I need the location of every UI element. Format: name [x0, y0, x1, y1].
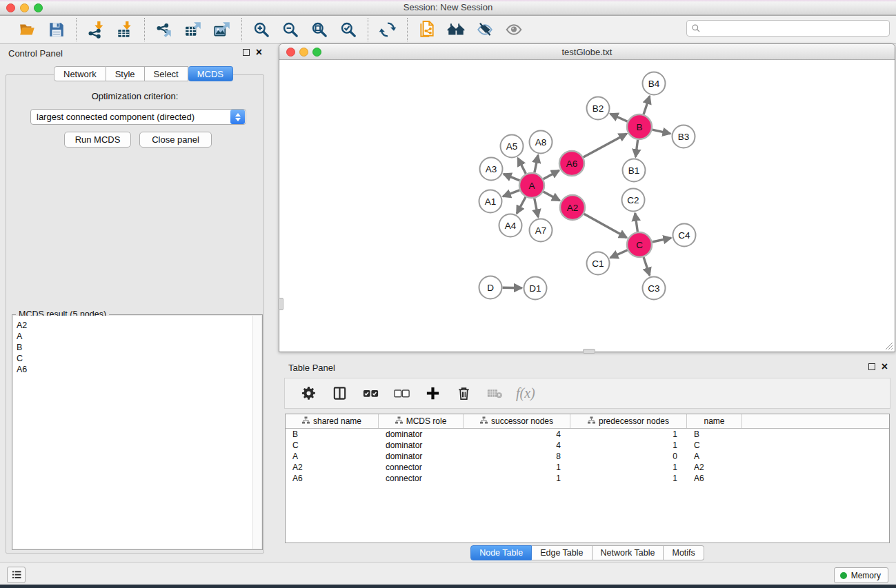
- edge-A2-C[interactable]: [584, 214, 627, 238]
- edge-A-A1[interactable]: [503, 190, 519, 196]
- open-session-icon[interactable]: [417, 20, 437, 39]
- show-column-panel-icon[interactable]: [330, 384, 349, 403]
- cell-name[interactable]: C: [687, 440, 742, 451]
- open-file-icon[interactable]: [18, 20, 37, 39]
- cell-MCDS-role[interactable]: dominator: [379, 440, 464, 451]
- node-A5[interactable]: A5: [501, 135, 524, 158]
- result-list-item[interactable]: B: [17, 342, 261, 353]
- delete-column-trash-icon[interactable]: [454, 384, 473, 403]
- cell-MCDS-role[interactable]: dominator: [379, 429, 464, 440]
- cell-shared-name[interactable]: A6: [286, 473, 379, 484]
- cell-MCDS-role[interactable]: dominator: [379, 451, 464, 462]
- export-table-icon[interactable]: [183, 20, 203, 39]
- import-table-icon[interactable]: [115, 20, 135, 39]
- cell-predecessor-nodes[interactable]: 0: [570, 451, 687, 462]
- tab-select[interactable]: Select: [145, 66, 188, 81]
- edge-C-C2[interactable]: [635, 213, 638, 232]
- edge-B-B3[interactable]: [653, 130, 670, 134]
- result-list-item[interactable]: A2: [17, 320, 261, 331]
- export-network-icon[interactable]: [155, 20, 174, 39]
- edge-C-C3[interactable]: [644, 257, 650, 275]
- close-panel-icon[interactable]: ×: [256, 49, 262, 56]
- node-C2[interactable]: C2: [622, 189, 645, 212]
- table-row[interactable]: Bdominator41B: [286, 429, 889, 440]
- tab-style[interactable]: Style: [106, 66, 145, 81]
- node-D[interactable]: D: [479, 276, 502, 299]
- column-header-MCDS-role[interactable]: MCDS role: [379, 414, 464, 428]
- node-A8[interactable]: A8: [530, 131, 552, 154]
- edge-A-A2[interactable]: [544, 192, 560, 201]
- node-A[interactable]: A: [519, 173, 544, 198]
- task-history-button[interactable]: [7, 567, 26, 583]
- edge-C-C4[interactable]: [653, 238, 671, 242]
- save-session-icon[interactable]: [47, 20, 66, 39]
- delete-table-icon[interactable]: [485, 384, 504, 403]
- edge-C-C1[interactable]: [610, 250, 628, 258]
- node-C1[interactable]: C1: [587, 252, 610, 275]
- close-panel-button[interactable]: Close panel: [139, 132, 212, 148]
- cell-name[interactable]: A2: [687, 462, 742, 473]
- import-network-icon[interactable]: [86, 20, 106, 39]
- zoom-fit-icon[interactable]: [310, 20, 329, 39]
- node-C[interactable]: C: [627, 232, 652, 257]
- column-header-predecessor-nodes[interactable]: predecessor nodes: [570, 414, 687, 428]
- column-header-shared-name[interactable]: shared name: [286, 414, 379, 428]
- cell-predecessor-nodes[interactable]: 1: [570, 462, 687, 473]
- table-row[interactable]: A2connector11A2: [286, 462, 889, 473]
- result-list-item[interactable]: A6: [17, 364, 261, 375]
- node-B[interactable]: B: [627, 114, 652, 139]
- refresh-icon[interactable]: [378, 20, 397, 39]
- edge-A-A7[interactable]: [535, 199, 538, 217]
- search-input[interactable]: [704, 21, 889, 36]
- function-builder-fx-icon[interactable]: f(x): [516, 385, 535, 401]
- edge-B-B1[interactable]: [635, 140, 637, 157]
- export-image-icon[interactable]: [212, 20, 232, 39]
- table-row[interactable]: A6connector11A6: [286, 473, 889, 484]
- cell-shared-name[interactable]: A: [286, 451, 379, 462]
- column-header-name[interactable]: name: [687, 414, 742, 428]
- cell-successor-nodes[interactable]: 1: [464, 473, 570, 484]
- select-all-icon[interactable]: [361, 384, 380, 403]
- cell-shared-name[interactable]: C: [286, 440, 379, 451]
- edge-A-A4[interactable]: [517, 197, 526, 214]
- float-panel-icon[interactable]: [243, 49, 250, 56]
- cell-successor-nodes[interactable]: 1: [464, 462, 570, 473]
- zoom-in-icon[interactable]: [252, 20, 271, 39]
- add-column-plus-icon[interactable]: [423, 384, 442, 403]
- cell-successor-nodes[interactable]: 4: [464, 429, 570, 440]
- table-row[interactable]: Adominator80A: [286, 451, 889, 462]
- criterion-dropdown[interactable]: largest connected component (directed): [30, 109, 246, 125]
- node-B1[interactable]: B1: [623, 159, 646, 182]
- tab-mcds[interactable]: MCDS: [188, 66, 233, 81]
- result-list-item[interactable]: A: [17, 331, 261, 342]
- cell-predecessor-nodes[interactable]: 1: [570, 440, 687, 451]
- search-field[interactable]: [686, 20, 890, 37]
- cell-successor-nodes[interactable]: 4: [464, 440, 570, 451]
- table-row[interactable]: Cdominator41C: [286, 440, 889, 451]
- splitter-handle[interactable]: [278, 298, 283, 310]
- cell-MCDS-role[interactable]: connector: [379, 462, 464, 473]
- node-B3[interactable]: B3: [673, 125, 695, 148]
- result-list-scrollbar[interactable]: [252, 316, 261, 549]
- cell-predecessor-nodes[interactable]: 1: [570, 473, 687, 484]
- node-C3[interactable]: C3: [643, 277, 666, 300]
- column-header-successor-nodes[interactable]: successor nodes: [464, 414, 570, 428]
- cell-name[interactable]: B: [687, 429, 742, 440]
- node-A2[interactable]: A2: [560, 195, 585, 220]
- hide-graphics-details-icon[interactable]: [475, 20, 495, 39]
- node-A7[interactable]: A7: [530, 219, 552, 242]
- node-B2[interactable]: B2: [587, 97, 610, 120]
- edge-B-B2[interactable]: [610, 114, 628, 121]
- cell-name[interactable]: A6: [687, 473, 742, 484]
- node-A3[interactable]: A3: [480, 158, 503, 181]
- cell-MCDS-role[interactable]: connector: [379, 473, 464, 484]
- cell-shared-name[interactable]: B: [286, 429, 379, 440]
- node-A4[interactable]: A4: [499, 214, 522, 237]
- home-icon[interactable]: [446, 20, 466, 39]
- tab-motifs[interactable]: Motifs: [664, 545, 704, 560]
- edge-A6-B[interactable]: [584, 134, 627, 157]
- node-A1[interactable]: A1: [479, 190, 502, 213]
- tab-node-table[interactable]: Node Table: [470, 545, 532, 560]
- node-D1[interactable]: D1: [524, 277, 547, 300]
- deselect-all-icon[interactable]: [392, 384, 411, 403]
